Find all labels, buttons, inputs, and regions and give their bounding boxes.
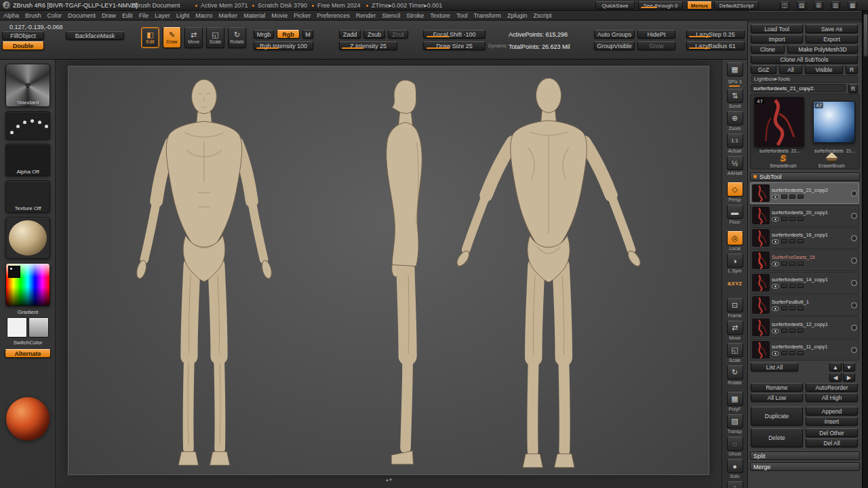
menu-macro[interactable]: Macro xyxy=(195,12,212,19)
sculpt-toggle[interactable] xyxy=(789,262,795,266)
layout-icon[interactable]: ▤ xyxy=(797,1,806,9)
zoom-button[interactable]: ⊕ Zoom xyxy=(727,111,743,131)
edit-button[interactable]: ◧ Edit xyxy=(141,27,159,48)
stroke-selector[interactable] xyxy=(5,111,50,140)
double-button[interactable]: Double xyxy=(2,41,44,50)
simple-brush-tool[interactable]: S SimpleBrush xyxy=(770,154,797,168)
sculpt-toggle[interactable] xyxy=(789,284,795,288)
sculpt-toggle[interactable] xyxy=(789,195,795,199)
menu-document[interactable]: Document xyxy=(68,12,96,19)
current-tool-name[interactable]: surferfordeets_21_copy2. xyxy=(751,84,846,92)
menu-color[interactable]: Color xyxy=(47,12,62,19)
menu-render[interactable]: Render xyxy=(356,12,376,19)
eraser-brush-tool[interactable]: EraserBrush xyxy=(818,154,845,168)
xpose-button[interactable]: ∴ Xpose xyxy=(727,481,743,488)
zsub-button[interactable]: Zsub xyxy=(363,30,385,39)
alpha-selector[interactable]: Alpha Off xyxy=(5,144,50,176)
sculpt-toggle[interactable] xyxy=(789,351,795,355)
import-button[interactable]: Import xyxy=(751,35,803,43)
color-picker-swatch[interactable] xyxy=(8,266,20,278)
polypaint-toggle[interactable] xyxy=(781,284,787,288)
mrgb-button[interactable]: Mrgb xyxy=(254,30,274,39)
layer-toggle[interactable] xyxy=(797,239,804,243)
canvas-resize-handle[interactable]: ▲▼ xyxy=(385,478,392,482)
menu-edit[interactable]: Edit xyxy=(122,12,133,19)
default-zscript-button[interactable]: DefaultZScript xyxy=(714,1,759,9)
layer-toggle[interactable] xyxy=(797,195,804,199)
layer-toggle[interactable] xyxy=(797,284,804,288)
visibility-eye-icon[interactable] xyxy=(772,284,779,289)
current-tool-thumbnail[interactable]: 47 xyxy=(754,97,804,147)
floor-button[interactable]: ▬ Floor xyxy=(727,205,743,225)
del-other-button[interactable]: Del Other xyxy=(806,428,858,437)
autoreorder-button[interactable]: AutoReorder xyxy=(806,383,858,392)
insert-button[interactable]: Insert xyxy=(806,417,858,426)
polypaint-toggle[interactable] xyxy=(781,306,787,310)
subtool-row[interactable]: surferfordeets_12_copy1 xyxy=(750,317,859,338)
append-button[interactable]: Append xyxy=(806,407,858,415)
goz-r-button[interactable]: R xyxy=(846,65,858,74)
tray-scrollbar-thumb[interactable] xyxy=(863,14,868,57)
recent-tool-thumbnail[interactable]: 47 xyxy=(813,101,855,143)
backface-mask-button[interactable]: BackfaceMask xyxy=(66,31,124,40)
visibility-eye-icon[interactable] xyxy=(772,195,779,199)
window-icon[interactable]: ◫ xyxy=(780,1,789,9)
menu-marker[interactable]: Marker xyxy=(218,12,237,19)
del-all-button[interactable]: Del All xyxy=(806,439,858,447)
grow-button[interactable]: Grow xyxy=(637,41,675,50)
all-low-button[interactable]: All Low xyxy=(751,393,803,402)
solo-button[interactable]: ● Solo xyxy=(727,459,743,479)
duplicate-button[interactable]: Duplicate xyxy=(751,407,803,426)
draw-size-slider[interactable]: Draw Size 25 xyxy=(423,41,486,50)
transp-button[interactable]: ▨ Transp xyxy=(727,414,743,434)
grid-icon[interactable]: ⊞ xyxy=(814,1,823,9)
polypaint-toggle[interactable] xyxy=(781,239,787,243)
subtool-row[interactable]: surferfordeets_16_copy1 xyxy=(750,227,859,249)
clone-all-subtools-button[interactable]: Clone All SubTools xyxy=(751,55,858,64)
polypaint-toggle[interactable] xyxy=(781,217,787,221)
secondary-color-swatch[interactable] xyxy=(28,317,49,338)
focal-shift-slider[interactable]: Focal Shift -100 xyxy=(423,30,486,39)
local-button[interactable]: ◎ Local xyxy=(727,231,743,251)
menu-transform[interactable]: Transform xyxy=(473,12,501,19)
scale-gyro-button[interactable]: ◱ Scale xyxy=(727,343,743,363)
clone-button[interactable]: Clone xyxy=(751,45,785,54)
subtool-row[interactable]: SurferFeuButt_1 xyxy=(750,294,859,316)
menu-layer[interactable]: Layer xyxy=(155,12,170,19)
switch-color-label[interactable]: SwitchColor xyxy=(0,340,56,346)
load-tool-button[interactable]: Load Tool xyxy=(751,24,803,33)
zadd-button[interactable]: Zadd xyxy=(339,30,361,39)
aahalf-button[interactable]: ½ AAHalf xyxy=(727,156,743,176)
menu-brush[interactable]: Brush xyxy=(25,12,41,19)
layer-toggle[interactable] xyxy=(797,351,804,355)
spix-slider[interactable]: SPix 3 xyxy=(728,79,741,87)
cells-icon[interactable]: ▦ xyxy=(848,1,857,9)
subtool-radio[interactable] xyxy=(851,213,857,219)
menu-texture[interactable]: Texture xyxy=(430,12,450,19)
rgb-button[interactable]: Rgb xyxy=(277,30,300,39)
texture-selector[interactable]: Texture Off xyxy=(5,180,50,213)
current-material-preview-sphere[interactable] xyxy=(6,397,50,441)
merge-section-header[interactable]: Merge xyxy=(750,462,860,471)
dynamic-label[interactable]: Dynamic xyxy=(488,43,507,48)
tool-rename-r-button[interactable]: R xyxy=(848,84,858,93)
subtool-fwd-button[interactable]: ▶ xyxy=(843,373,855,382)
lazy-step-slider[interactable]: LazyStep 0.25 xyxy=(686,30,745,39)
menu-picker[interactable]: Picker xyxy=(294,12,311,19)
menu-zplugin[interactable]: Zplugin xyxy=(507,12,528,19)
menu-movie[interactable]: Movie xyxy=(271,12,288,19)
make-polymesh3d-button[interactable]: Make PolyMesh3D xyxy=(787,45,858,54)
sculpt-document[interactable]: .skin{fill:#c9b79a;stroke:#6f604a;stroke… xyxy=(68,66,709,475)
visibility-eye-icon[interactable] xyxy=(772,239,779,244)
rotate-button[interactable]: ↻ Rotate xyxy=(228,27,246,48)
fill-object-button[interactable]: FillObject xyxy=(2,31,44,40)
tray-scrollbar[interactable] xyxy=(862,11,868,488)
lightbox-tools-path[interactable]: Lightbox▸Tools xyxy=(751,75,858,83)
persp-button[interactable]: ◇ Persp xyxy=(727,182,743,203)
visibility-eye-icon[interactable] xyxy=(772,217,779,222)
subtool-radio[interactable] xyxy=(851,280,857,286)
subtool-radio[interactable] xyxy=(851,347,857,353)
menus-button[interactable]: Menus xyxy=(687,1,712,9)
main-color-swatch[interactable] xyxy=(7,317,27,338)
polypaint-toggle[interactable] xyxy=(781,351,787,355)
